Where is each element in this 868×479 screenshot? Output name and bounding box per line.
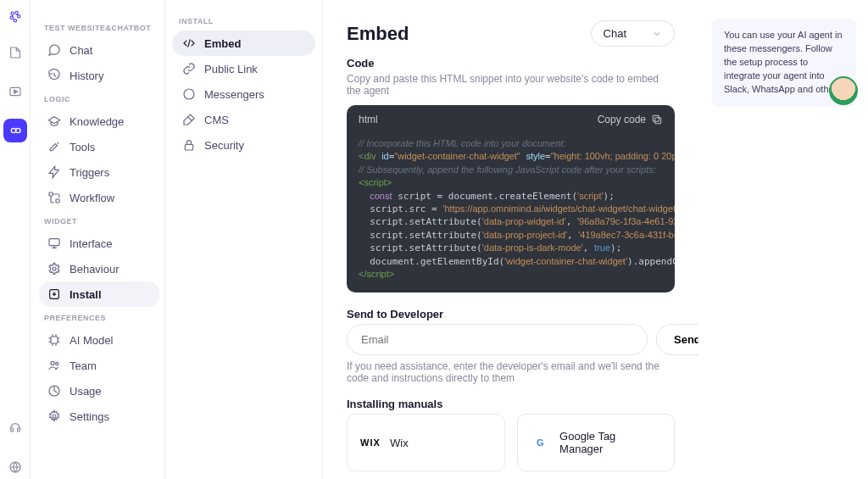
widget-selector[interactable]: Chat — [591, 20, 675, 47]
chevron-down-icon — [652, 29, 662, 39]
developer-email-input[interactable] — [347, 324, 648, 355]
sidebar-item-label: Usage — [70, 385, 102, 398]
ai-icon — [47, 333, 61, 347]
sidebar-item-label: Settings — [70, 410, 109, 423]
svg-point-7 — [11, 128, 15, 132]
main-content: Embed Chat Code Copy and paste this HTML… — [322, 0, 698, 479]
manual-card-label: Google Tag Manager — [559, 430, 660, 455]
nav-section-label: TEST WEBSITE&CHATBOT — [44, 24, 154, 32]
chat-icon — [47, 43, 61, 57]
install-item-label: Messengers — [204, 88, 264, 101]
manuals-heading: Installing manuals — [347, 398, 675, 410]
rail-globe-icon[interactable] — [3, 455, 27, 479]
code-snippet-content: // Incorporate this HTML code into your … — [347, 134, 675, 292]
sidebar-item-label: Knowledge — [70, 115, 124, 128]
sidebar-item-usage[interactable]: Usage — [39, 378, 159, 404]
assistant-avatar[interactable] — [829, 76, 858, 105]
send-heading: Send to Developer — [347, 308, 675, 320]
install-submenu: INSTALL Embed Public Link Messengers CMS… — [164, 0, 322, 479]
sidebar-item-label: Tools — [70, 141, 95, 153]
rail-support-icon[interactable] — [3, 416, 27, 440]
icon-rail — [0, 0, 31, 479]
install-item-label: Security — [204, 139, 244, 152]
send-button[interactable]: Send — [656, 324, 698, 355]
triggers-icon — [47, 165, 61, 179]
sidebar-item-settings[interactable]: Settings — [39, 404, 159, 429]
svg-point-8 — [15, 128, 19, 132]
sidebar-item-tools[interactable]: Tools — [39, 134, 159, 159]
install-icon — [47, 287, 61, 301]
history-icon — [47, 69, 61, 82]
manual-card-gtm[interactable]: G Google Tag Manager — [517, 414, 676, 471]
usage-icon — [47, 384, 61, 398]
svg-rect-12 — [49, 239, 59, 246]
svg-point-19 — [53, 415, 56, 418]
install-section-label: INSTALL — [179, 17, 309, 25]
install-item-messengers[interactable]: Messengers — [172, 81, 315, 107]
install-item-cms[interactable]: CMS — [172, 107, 315, 132]
lock-icon — [182, 138, 196, 152]
install-item-label: CMS — [204, 114, 229, 126]
svg-marker-6 — [14, 90, 17, 93]
workflow-icon — [47, 191, 61, 204]
install-item-label: Public Link — [204, 63, 258, 75]
interface-icon — [47, 237, 61, 250]
sidebar-item-interface[interactable]: Interface — [39, 231, 159, 256]
svg-point-16 — [51, 361, 54, 365]
sidebar-item-knowledge[interactable]: Knowledge — [39, 109, 159, 134]
svg-point-1 — [15, 11, 18, 14]
sidebar-item-history[interactable]: History — [39, 63, 159, 88]
svg-rect-10 — [49, 192, 53, 196]
svg-point-13 — [53, 267, 56, 270]
sidebar-item-team[interactable]: Team — [39, 353, 159, 378]
sidebar-item-label: Interface — [70, 237, 113, 250]
send-help-text: If you need assistance, enter the develo… — [347, 360, 675, 384]
page-title: Embed — [347, 23, 409, 45]
right-pane: You can use your AI agent in these messe… — [698, 0, 868, 479]
google-icon: G — [531, 433, 550, 452]
sidebar-item-label: Workflow — [70, 192, 114, 204]
install-item-label: Embed — [204, 37, 241, 50]
code-subtext: Copy and paste this HTML snippet into yo… — [347, 73, 675, 97]
svg-rect-22 — [655, 118, 661, 124]
link-icon — [182, 62, 196, 75]
sidebar-item-behaviour[interactable]: Behaviour — [39, 256, 159, 281]
svg-point-0 — [11, 12, 14, 14]
sidebar-item-triggers[interactable]: Triggers — [39, 159, 159, 185]
svg-rect-21 — [185, 144, 192, 150]
team-icon — [47, 359, 61, 372]
install-item-publiclink[interactable]: Public Link — [172, 56, 315, 81]
sidebar-item-aimodel[interactable]: AI Model — [39, 327, 159, 353]
install-item-embed[interactable]: Embed — [172, 31, 315, 56]
manual-card-wix[interactable]: WIX Wix — [347, 414, 505, 471]
sidebar-item-label: AI Model — [70, 334, 113, 347]
sidebar-item-chat[interactable]: Chat — [39, 37, 159, 63]
sidebar-item-install[interactable]: Install — [39, 281, 159, 307]
nav-section-label: PREFERENCES — [44, 314, 154, 322]
messenger-icon — [182, 87, 196, 101]
code-heading: Code — [347, 57, 675, 70]
knowledge-icon — [47, 114, 61, 128]
rail-item-2[interactable] — [3, 80, 27, 103]
nav-sidebar: TEST WEBSITE&CHATBOT Chat History LOGIC … — [31, 0, 164, 479]
svg-rect-15 — [51, 337, 58, 343]
cms-icon — [182, 113, 196, 126]
rail-item-3[interactable] — [3, 119, 27, 142]
sidebar-item-label: Install — [70, 288, 102, 301]
nav-section-label: WIDGET — [44, 217, 154, 226]
install-item-security[interactable]: Security — [172, 132, 315, 158]
svg-rect-23 — [653, 115, 659, 121]
behaviour-icon — [47, 262, 61, 276]
sidebar-item-workflow[interactable]: Workflow — [39, 185, 159, 210]
rail-item-1[interactable] — [3, 41, 27, 64]
code-snippet-box: html Copy code // Incorporate this HTML … — [347, 105, 675, 292]
app-logo — [7, 8, 24, 25]
sidebar-item-label: Triggers — [70, 166, 109, 179]
tools-icon — [47, 140, 61, 153]
wix-icon: WIX — [361, 433, 380, 452]
copy-code-button[interactable]: Copy code — [598, 114, 663, 125]
nav-section-label: LOGIC — [44, 95, 154, 103]
sidebar-item-label: Behaviour — [70, 263, 120, 276]
sidebar-item-label: History — [70, 70, 103, 82]
gear-icon — [47, 409, 61, 423]
